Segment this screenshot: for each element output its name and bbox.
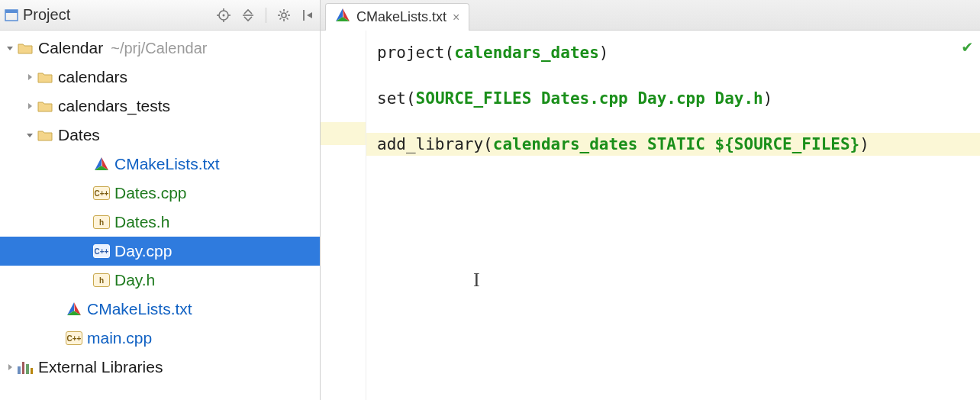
code-token: STATIC: [647, 135, 705, 153]
inspection-ok-icon: ✔: [962, 37, 972, 56]
chevron-down-icon[interactable]: [3, 44, 17, 53]
svg-line-14: [280, 11, 282, 12]
settings-gear-icon[interactable]: [277, 8, 291, 22]
folder-icon: [37, 100, 53, 112]
folder-icon: [37, 129, 53, 141]
tree-external-libraries[interactable]: External Libraries: [0, 353, 320, 382]
code-content[interactable]: ✔ project(calendars_dates) set(SOURCE_FI…: [366, 31, 980, 400]
tree-item-label: Day.h: [114, 271, 155, 289]
code-token: ${SOURCE_FILES}: [715, 135, 860, 153]
tree-root-name: Calendar: [38, 39, 103, 57]
code-token: set: [377, 89, 406, 108]
code-area[interactable]: ✔ project(calendars_dates) set(SOURCE_FI…: [321, 31, 980, 400]
cmake-icon: [335, 8, 350, 27]
project-panel-title: Project: [23, 6, 217, 24]
tree-folder-calendars-tests[interactable]: calendars_tests: [0, 92, 320, 121]
tree-file-dates-cpp[interactable]: Dates.cpp: [0, 179, 320, 208]
tree-file-root-cmake[interactable]: CMakeLists.txt: [0, 295, 320, 324]
chevron-down-icon[interactable]: [23, 131, 37, 140]
tree-root-path: ~/prj/Calendar: [111, 40, 207, 57]
collapse-all-icon[interactable]: [241, 8, 255, 22]
svg-point-3: [223, 14, 225, 16]
tree-item-label: Dates.cpp: [114, 184, 187, 202]
tree-folder-dates[interactable]: Dates: [0, 121, 320, 150]
project-panel: Project Calendar ~/p: [0, 0, 321, 400]
svg-line-15: [287, 18, 289, 19]
code-token: SOURCE_FILES Dates.cpp Day.cpp Day.h: [416, 89, 763, 108]
folder-icon: [17, 42, 34, 54]
svg-rect-1: [5, 10, 18, 13]
editor-tabbar: CMakeLists.txt ×: [321, 0, 980, 31]
cpp-file-icon: [93, 244, 110, 258]
code-token: project: [377, 44, 445, 62]
tree-item-label: Day.cpp: [114, 242, 172, 260]
cpp-file-icon: [93, 186, 110, 200]
chevron-right-icon[interactable]: [23, 102, 37, 111]
separator: [266, 8, 266, 23]
tree-root[interactable]: Calendar ~/prj/Calendar: [0, 34, 320, 63]
project-panel-header: Project: [0, 0, 320, 31]
close-tab-icon[interactable]: ×: [453, 11, 459, 24]
tree-item-label: Dates.h: [114, 213, 169, 231]
project-panel-tools: [217, 8, 315, 23]
editor-tab-label: CMakeLists.txt: [356, 9, 446, 25]
tree-item-label: External Libraries: [38, 358, 163, 376]
tree-item-label: main.cpp: [87, 329, 152, 347]
folder-icon: [37, 71, 53, 83]
tree-file-day-h[interactable]: Day.h: [0, 266, 320, 295]
tree-folder-calendars[interactable]: calendars: [0, 63, 320, 92]
editor-tab-cmake[interactable]: CMakeLists.txt ×: [325, 3, 469, 31]
cmake-icon: [66, 302, 82, 317]
text-cursor-icon: I: [473, 269, 480, 292]
tree-item-label: CMakeLists.txt: [87, 300, 192, 318]
header-file-icon: [93, 273, 110, 287]
editor-pane: CMakeLists.txt × ✔ project(calendars_dat…: [321, 0, 980, 400]
chevron-right-icon[interactable]: [3, 363, 17, 372]
scroll-to-source-icon[interactable]: [217, 8, 230, 22]
editor-gutter: [321, 31, 366, 400]
cmake-icon: [93, 156, 110, 172]
project-tree[interactable]: Calendar ~/prj/Calendar calendars calend…: [0, 31, 320, 400]
tree-file-main-cpp[interactable]: main.cpp: [0, 324, 320, 353]
tree-item-label: Dates: [58, 126, 100, 144]
code-token: add_library: [377, 135, 483, 153]
project-panel-icon: [5, 8, 18, 22]
svg-point-9: [282, 13, 286, 18]
svg-line-17: [287, 11, 289, 12]
tree-item-label: calendars: [58, 68, 127, 86]
svg-line-16: [280, 18, 282, 19]
tree-item-label: calendars_tests: [58, 97, 170, 115]
tree-item-label: CMakeLists.txt: [114, 155, 220, 173]
libraries-icon: [17, 360, 34, 374]
header-file-icon: [93, 215, 110, 229]
chevron-right-icon[interactable]: [23, 73, 37, 82]
tree-file-cmake[interactable]: CMakeLists.txt: [0, 150, 320, 179]
code-token: calendars_dates: [493, 135, 638, 153]
hide-panel-icon[interactable]: [301, 8, 315, 22]
cpp-file-icon: [66, 331, 82, 345]
tree-file-day-cpp[interactable]: Day.cpp: [0, 237, 320, 266]
tree-file-dates-h[interactable]: Dates.h: [0, 208, 320, 237]
code-token: calendars_dates: [454, 44, 599, 62]
